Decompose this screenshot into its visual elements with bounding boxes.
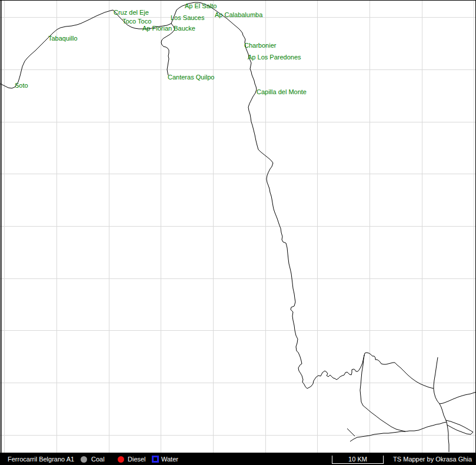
track-wye-upper xyxy=(446,420,473,432)
track-north-stub xyxy=(434,357,449,452)
station-label-toco-toco: Toco Toco xyxy=(122,18,151,25)
station-label-ap-florian-baucke: Ap Florian Baucke xyxy=(142,25,195,32)
station-label-los-sauces: Los Sauces xyxy=(171,14,205,21)
station-label-capilla-del-monte: Capilla del Monte xyxy=(257,88,307,95)
diesel-legend-label: Diesel xyxy=(128,455,146,463)
track-southwest-line xyxy=(350,422,447,441)
station-label-ap-el-salto: Ap El Salto xyxy=(185,2,217,9)
scale-bar: 10 KM xyxy=(332,456,384,464)
ts-mapper-window: Cruz del Eje Toco Toco Ap El Salto Los S… xyxy=(0,0,476,465)
status-bar: Ferrocarril Belgrano A1 Coal Diesel Wate… xyxy=(0,453,476,465)
station-label-cruz-del-eje: Cruz del Eje xyxy=(114,9,149,16)
station-label-soto: Soto xyxy=(15,82,28,89)
credit-text: TS Mapper by Okrasa Ghia xyxy=(393,455,472,463)
route-map[interactable]: Cruz del Eje Toco Toco Ap El Salto Los S… xyxy=(0,0,476,453)
diesel-legend-icon xyxy=(118,456,124,463)
map-border xyxy=(1,1,476,453)
station-label-ap-los-paredones: Ap Los Paredones xyxy=(248,54,301,61)
track-east-line xyxy=(440,392,476,404)
station-label-charbonier: Charbonier xyxy=(244,42,277,49)
station-label-ap-calabalumba: Ap Calabalumba xyxy=(215,11,263,18)
map-gridlines xyxy=(0,0,476,453)
coal-legend-icon xyxy=(81,456,87,463)
water-legend-icon xyxy=(152,456,159,463)
track-main-line xyxy=(171,2,434,388)
station-label-canteras-quilpo: Canteras Quilpo xyxy=(168,74,215,81)
water-legend-label: Water xyxy=(161,455,178,463)
route-name: Ferrocarril Belgrano A1 xyxy=(8,455,74,463)
coal-legend-label: Coal xyxy=(91,455,105,463)
station-label-tabaquillo: Tabaquillo xyxy=(48,35,78,42)
